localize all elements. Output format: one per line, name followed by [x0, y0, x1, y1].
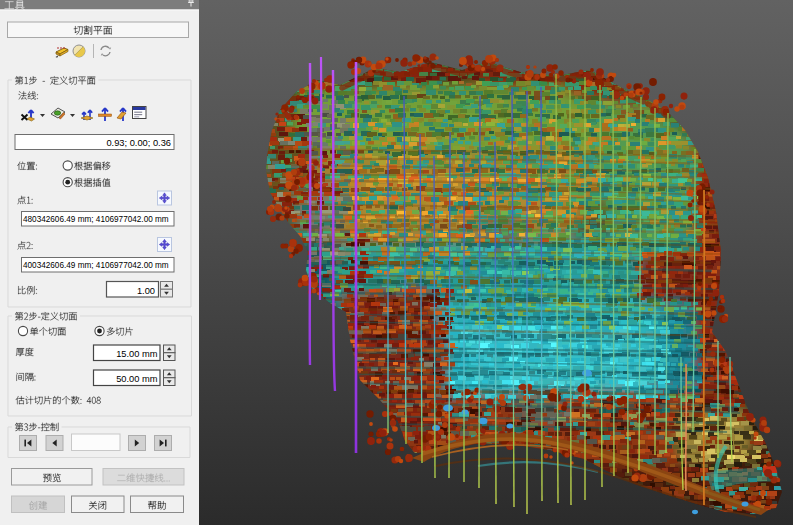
- svg-text:0.93; 0.00; 0.36: 0.93; 0.00; 0.36: [106, 138, 171, 148]
- svg-text:15.00 mm: 15.00 mm: [116, 349, 158, 359]
- svg-text:400342606.49 mm; 4106977042.00: 400342606.49 mm; 4106977042.00 mm: [23, 261, 169, 270]
- svg-text:480342606.49 mm; 4106977042.00: 480342606.49 mm; 4106977042.00 mm: [23, 215, 169, 224]
- svg-text:1.00: 1.00: [137, 286, 155, 296]
- svg-text:50.00 mm: 50.00 mm: [116, 374, 158, 384]
